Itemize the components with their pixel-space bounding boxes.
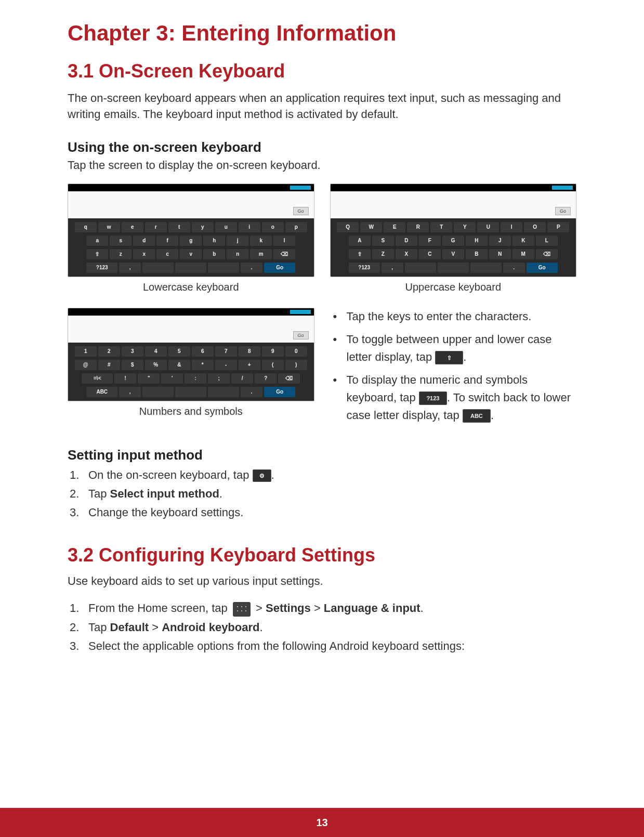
uppercase-caption: Uppercase keyboard [330, 277, 577, 303]
lowercase-caption: Lowercase keyboard [68, 277, 314, 303]
step-3: Change the keyboard settings. [68, 504, 576, 521]
step-2: Tap Select input method. [68, 485, 576, 503]
config-step-2: Tap Default > Android keyboard. [68, 619, 576, 636]
setting-input-method-heading: Setting input method [68, 447, 576, 463]
numbers-symbols-keyboard-figure: Go 1234567890 @#$%&*-+() =\<!"':;/?⌫ ABC… [68, 308, 314, 401]
page-number-footer: 13 [0, 808, 644, 837]
go-button: Go [293, 331, 309, 339]
numsym-caption: Numbers and symbols [68, 401, 314, 427]
section-3-2-heading: 3.2 Configuring Keyboard Settings [68, 544, 576, 566]
using-heading: Using the on-screen keyboard [68, 139, 576, 155]
chapter-title: Chapter 3: Entering Information [68, 21, 576, 46]
tip-toggle-case: To toggle between upper and lower case l… [330, 331, 577, 366]
settings-gear-icon: ⚙ [253, 469, 271, 482]
mode-123-key-icon: ?123 [419, 391, 447, 405]
tip-numeric-symbols: To display the numeric and symbols keybo… [330, 371, 577, 424]
mode-abc-key-icon: ABC [463, 409, 491, 423]
configure-keyboard-steps: From the Home screen, tap > Settings > L… [68, 599, 576, 655]
config-step-1: From the Home screen, tap > Settings > L… [68, 599, 576, 617]
config-step-3: Select the applicable options from the f… [68, 637, 576, 655]
keyboard-tips-list: Tap the keys to enter the characters. To… [330, 308, 577, 430]
uppercase-keyboard-figure: Go QWERTYUIOP ASDFGHJKL ⇧ZXCVBNM⌫ ?123,.… [330, 184, 577, 277]
section-3-2-intro: Use keyboard aids to set up various inpu… [68, 574, 576, 588]
go-button: Go [555, 207, 571, 215]
using-text: Tap the screen to display the on-screen … [68, 159, 576, 172]
apps-grid-icon [233, 602, 251, 617]
tip-enter-characters: Tap the keys to enter the characters. [330, 308, 577, 325]
lowercase-keyboard-figure: Go qwertyuiop asdfghjkl ⇧zxcvbnm⌫ ?123,.… [68, 184, 314, 277]
step-1: On the on-screen keyboard, tap ⚙. [68, 466, 576, 484]
setting-input-method-steps: On the on-screen keyboard, tap ⚙. Tap Se… [68, 466, 576, 521]
section-3-1-intro: The on-screen keyboard appears when an a… [68, 90, 576, 123]
section-3-1-heading: 3.1 On-Screen Keyboard [68, 60, 576, 82]
go-button: Go [293, 207, 309, 215]
shift-key-icon: ⇧ [435, 351, 463, 364]
